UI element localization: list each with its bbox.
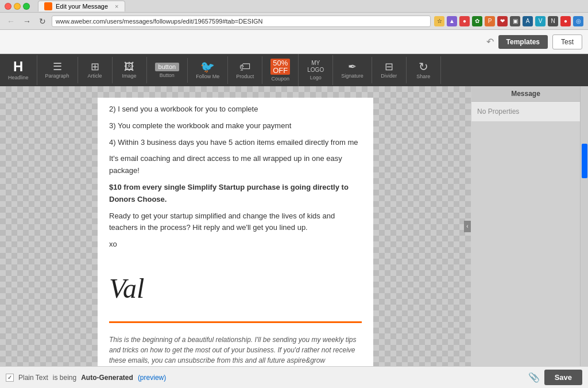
nav-bar: ← → ↻ www.aweber.com/users/messages/foll… xyxy=(0,13,588,30)
ext-icon-2[interactable]: ● xyxy=(459,16,470,26)
email-line-2: 3) You complete the workbook and make yo… xyxy=(109,120,362,132)
image-icon: 🖼 xyxy=(124,62,134,72)
coupon-label: Coupon xyxy=(271,76,289,82)
panel-content: No Properties xyxy=(471,102,580,121)
ext-icon-9[interactable]: N xyxy=(548,16,558,26)
email-line-3: 4) Within 3 business days you have 5 act… xyxy=(109,137,362,149)
ext-icon-11[interactable]: ◎ xyxy=(573,16,583,26)
editor-container: ↶ Templates Test H Headline ☰ Paragraph … xyxy=(0,30,588,388)
attachment-icon[interactable]: 📎 xyxy=(528,372,540,383)
tool-divider[interactable]: ⊟ Divider xyxy=(372,57,407,83)
close-button[interactable] xyxy=(5,3,11,10)
back-button[interactable]: ← xyxy=(5,16,17,27)
templates-button[interactable]: Templates xyxy=(498,35,548,49)
email-line-6: Ready to get your startup simplified and… xyxy=(109,210,362,235)
star-icon[interactable]: ☆ xyxy=(434,16,444,26)
footer-text: This is the beginning of a beautiful rel… xyxy=(98,329,373,366)
panel-collapse-button[interactable]: ‹ xyxy=(464,221,471,232)
tab-title: Edit your Message xyxy=(56,3,108,10)
right-panel: Message No Properties xyxy=(471,86,580,121)
tool-share[interactable]: ↻ Share xyxy=(407,56,441,84)
title-bar: Edit your Message × xyxy=(0,0,588,13)
logo-label: Logo xyxy=(310,75,322,80)
bottom-bar: ✓ Plain Text is being Auto-Generated (pr… xyxy=(0,366,588,388)
signature-icon: ✒ xyxy=(348,62,357,72)
email-line-5: $10 from every single Simplify Startup p… xyxy=(109,182,362,206)
undo-button[interactable]: ↶ xyxy=(486,36,494,47)
save-button[interactable]: Save xyxy=(544,370,582,385)
tool-headline[interactable]: H Headline xyxy=(0,55,37,85)
tool-signature[interactable]: ✒ Signature xyxy=(333,57,372,83)
signature-label: Signature xyxy=(341,73,363,79)
ext-icon-6[interactable]: ▣ xyxy=(510,16,520,26)
content-area: 2) I send you a workbook for you to comp… xyxy=(0,86,588,366)
follow-me-label: Follow Me xyxy=(196,74,219,79)
tool-image[interactable]: 🖼 Image xyxy=(113,57,147,83)
nav-icons: ☆ ▲ ● ✿ P ❤ ▣ A V N ● ◎ xyxy=(434,16,583,26)
email-body: 2) I send you a workbook for you to comp… xyxy=(98,98,373,261)
being-label: is being xyxy=(53,374,76,382)
email-content: 2) I send you a workbook for you to comp… xyxy=(98,98,373,366)
product-icon: 🏷 xyxy=(239,61,251,72)
tab-close[interactable]: × xyxy=(115,3,118,10)
scrollbar-thumb[interactable] xyxy=(582,144,587,178)
email-xo: xo xyxy=(109,239,362,251)
right-scrollbar[interactable] xyxy=(580,86,588,366)
no-properties-text: No Properties xyxy=(477,107,519,116)
auto-generated-label: Auto-Generated xyxy=(81,374,133,382)
forward-button[interactable]: → xyxy=(21,16,33,27)
product-label: Product xyxy=(236,74,254,79)
window-buttons xyxy=(5,3,30,10)
maximize-button[interactable] xyxy=(23,3,30,10)
footer-link[interactable]: here xyxy=(195,361,231,366)
tool-product[interactable]: 🏷 Product xyxy=(228,56,262,84)
signature-image: Val xyxy=(109,267,362,310)
tab-favicon xyxy=(44,2,52,10)
button-label: Button xyxy=(160,72,175,78)
button-icon: button xyxy=(155,63,180,71)
browser-tab[interactable]: Edit your Message × xyxy=(38,1,125,11)
address-bar[interactable]: www.aweber.com/users/messages/followups/… xyxy=(52,16,431,27)
logo-icon: MYLOGO xyxy=(307,60,324,74)
ext-icon-4[interactable]: P xyxy=(485,16,495,26)
minimize-button[interactable] xyxy=(14,3,21,10)
orange-divider-top xyxy=(109,321,362,323)
paragraph-icon: ☰ xyxy=(53,62,62,72)
reload-button[interactable]: ↻ xyxy=(37,16,48,27)
checkmark-icon: ✓ xyxy=(7,374,12,381)
ext-icon-1[interactable]: ▲ xyxy=(447,16,457,26)
tool-coupon[interactable]: 50%OFF Coupon xyxy=(262,54,299,86)
tool-article[interactable]: ⊞ Article xyxy=(78,57,113,83)
email-canvas: 2) I send you a workbook for you to comp… xyxy=(0,86,471,366)
email-line-1: 2) I send you a workbook for you to comp… xyxy=(109,103,362,116)
test-button[interactable]: Test xyxy=(552,34,582,49)
panel-header: Message xyxy=(471,86,580,102)
ext-icon-5[interactable]: ❤ xyxy=(497,16,508,26)
preview-link[interactable]: (preview) xyxy=(138,374,166,382)
ext-icon-8[interactable]: V xyxy=(535,16,546,26)
coupon-icon: 50%OFF xyxy=(270,59,290,75)
element-toolbar: H Headline ☰ Paragraph ⊞ Article 🖼 Image… xyxy=(0,54,588,86)
ext-icon-3[interactable]: ✿ xyxy=(472,16,482,26)
divider-icon: ⊟ xyxy=(385,62,393,72)
ext-icon-10[interactable]: ● xyxy=(560,16,571,26)
share-icon: ↻ xyxy=(419,61,428,72)
top-toolbar: ↶ Templates Test xyxy=(0,30,588,54)
email-wrapper: 2) I send you a workbook for you to comp… xyxy=(98,98,373,355)
tool-paragraph[interactable]: ☰ Paragraph xyxy=(37,57,78,83)
tool-follow-me[interactable]: 🐦 Follow Me xyxy=(188,56,228,84)
email-line-4: It's email coaching and direct access to… xyxy=(109,153,362,177)
footer-body: This is the beginning of a beautiful rel… xyxy=(109,336,357,366)
headline-icon: H xyxy=(13,60,23,74)
plain-text-label: Plain Text xyxy=(18,374,48,382)
tool-button[interactable]: button Button xyxy=(147,58,188,83)
share-label: Share xyxy=(416,74,430,79)
right-panel-container: Message No Properties ‹ xyxy=(471,86,580,366)
divider-label: Divider xyxy=(381,73,397,79)
plain-text-checkbox[interactable]: ✓ xyxy=(6,374,14,382)
image-label: Image xyxy=(122,73,137,79)
ext-icon-7[interactable]: A xyxy=(523,16,533,26)
signature-area: Val xyxy=(98,261,373,316)
paragraph-label: Paragraph xyxy=(45,73,69,79)
tool-logo[interactable]: MYLOGO Logo xyxy=(299,55,333,85)
